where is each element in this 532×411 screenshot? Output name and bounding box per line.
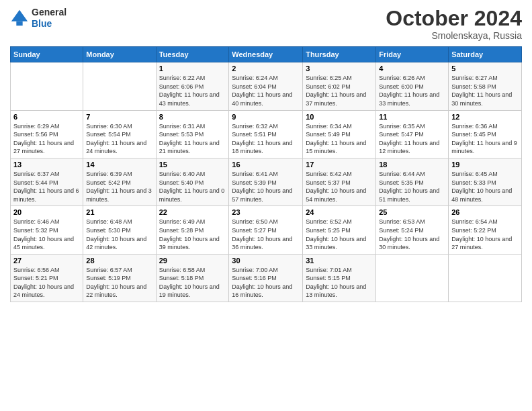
calendar-cell: 2Sunrise: 6:24 AM Sunset: 6:04 PM Daylig… xyxy=(229,62,303,110)
day-info: Sunrise: 6:46 AM Sunset: 5:32 PM Dayligh… xyxy=(13,218,80,251)
day-number: 17 xyxy=(306,161,373,169)
calendar-cell: 30Sunrise: 7:00 AM Sunset: 5:16 PM Dayli… xyxy=(229,254,303,302)
week-row-5: 27Sunrise: 6:56 AM Sunset: 5:21 PM Dayli… xyxy=(11,254,522,302)
day-info: Sunrise: 6:52 AM Sunset: 5:25 PM Dayligh… xyxy=(306,218,373,251)
day-info: Sunrise: 6:54 AM Sunset: 5:22 PM Dayligh… xyxy=(451,218,519,251)
weekday-header-tuesday: Tuesday xyxy=(156,47,229,62)
day-number: 7 xyxy=(86,113,152,121)
day-number: 27 xyxy=(13,257,80,265)
calendar-table: SundayMondayTuesdayWednesdayThursdayFrid… xyxy=(10,46,522,302)
day-info: Sunrise: 6:49 AM Sunset: 5:28 PM Dayligh… xyxy=(159,218,226,251)
week-row-3: 13Sunrise: 6:37 AM Sunset: 5:44 PM Dayli… xyxy=(11,158,522,205)
calendar-cell: 6Sunrise: 6:29 AM Sunset: 5:56 PM Daylig… xyxy=(11,110,83,158)
week-row-2: 6Sunrise: 6:29 AM Sunset: 5:56 PM Daylig… xyxy=(11,110,522,158)
weekday-header-saturday: Saturday xyxy=(449,47,522,62)
day-info: Sunrise: 6:34 AM Sunset: 5:49 PM Dayligh… xyxy=(306,122,373,156)
calendar-cell: 13Sunrise: 6:37 AM Sunset: 5:44 PM Dayli… xyxy=(11,158,83,205)
calendar-cell: 16Sunrise: 6:41 AM Sunset: 5:39 PM Dayli… xyxy=(229,158,303,205)
page-container: General Blue October 2024 Smolenskaya, R… xyxy=(0,0,532,309)
day-info: Sunrise: 6:53 AM Sunset: 5:24 PM Dayligh… xyxy=(379,218,445,251)
day-number: 30 xyxy=(232,257,300,265)
day-info: Sunrise: 6:30 AM Sunset: 5:54 PM Dayligh… xyxy=(86,122,152,156)
day-number: 31 xyxy=(306,257,373,265)
calendar-cell xyxy=(449,254,522,302)
day-number: 23 xyxy=(232,208,300,216)
calendar-cell: 18Sunrise: 6:44 AM Sunset: 5:35 PM Dayli… xyxy=(376,158,449,205)
day-info: Sunrise: 6:37 AM Sunset: 5:44 PM Dayligh… xyxy=(13,170,80,203)
day-number: 1 xyxy=(159,64,226,73)
day-info: Sunrise: 7:01 AM Sunset: 5:15 PM Dayligh… xyxy=(306,266,373,300)
day-info: Sunrise: 6:24 AM Sunset: 6:04 PM Dayligh… xyxy=(232,74,300,107)
day-info: Sunrise: 6:36 AM Sunset: 5:45 PM Dayligh… xyxy=(451,122,519,156)
day-number: 9 xyxy=(232,113,300,121)
title-block: October 2024 Smolenskaya, Russia xyxy=(386,7,522,41)
week-row-4: 20Sunrise: 6:46 AM Sunset: 5:32 PM Dayli… xyxy=(11,206,522,254)
day-number: 29 xyxy=(159,257,226,265)
calendar-cell: 23Sunrise: 6:50 AM Sunset: 5:27 PM Dayli… xyxy=(229,206,303,254)
calendar-cell xyxy=(376,254,449,302)
calendar-cell: 24Sunrise: 6:52 AM Sunset: 5:25 PM Dayli… xyxy=(303,206,376,254)
day-info: Sunrise: 6:35 AM Sunset: 5:47 PM Dayligh… xyxy=(379,122,445,156)
day-number: 8 xyxy=(159,113,226,121)
day-info: Sunrise: 6:41 AM Sunset: 5:39 PM Dayligh… xyxy=(232,170,300,203)
day-info: Sunrise: 6:31 AM Sunset: 5:53 PM Dayligh… xyxy=(159,122,226,156)
calendar-cell: 3Sunrise: 6:25 AM Sunset: 6:02 PM Daylig… xyxy=(303,62,376,110)
day-number: 12 xyxy=(451,113,519,121)
calendar-cell: 31Sunrise: 7:01 AM Sunset: 5:15 PM Dayli… xyxy=(303,254,376,302)
weekday-header-friday: Friday xyxy=(376,47,449,62)
day-info: Sunrise: 6:44 AM Sunset: 5:35 PM Dayligh… xyxy=(379,170,445,203)
calendar-cell xyxy=(83,62,156,110)
month-title: October 2024 xyxy=(386,7,522,30)
day-number: 6 xyxy=(13,113,80,121)
day-number: 19 xyxy=(451,161,519,169)
calendar-cell: 14Sunrise: 6:39 AM Sunset: 5:42 PM Dayli… xyxy=(83,158,156,205)
day-info: Sunrise: 6:32 AM Sunset: 5:51 PM Dayligh… xyxy=(232,122,300,156)
calendar-cell: 15Sunrise: 6:40 AM Sunset: 5:40 PM Dayli… xyxy=(156,158,229,205)
day-number: 4 xyxy=(379,64,445,73)
day-number: 15 xyxy=(159,161,226,169)
calendar-cell: 29Sunrise: 6:58 AM Sunset: 5:18 PM Dayli… xyxy=(156,254,229,302)
day-number: 18 xyxy=(379,161,445,169)
calendar-cell: 1Sunrise: 6:22 AM Sunset: 6:06 PM Daylig… xyxy=(156,62,229,110)
calendar-cell: 17Sunrise: 6:42 AM Sunset: 5:37 PM Dayli… xyxy=(303,158,376,205)
day-info: Sunrise: 6:25 AM Sunset: 6:02 PM Dayligh… xyxy=(306,74,373,107)
calendar-cell: 8Sunrise: 6:31 AM Sunset: 5:53 PM Daylig… xyxy=(156,110,229,158)
calendar-cell: 22Sunrise: 6:49 AM Sunset: 5:28 PM Dayli… xyxy=(156,206,229,254)
day-number: 22 xyxy=(159,208,226,216)
day-number: 3 xyxy=(306,64,373,73)
day-info: Sunrise: 6:40 AM Sunset: 5:40 PM Dayligh… xyxy=(159,170,226,203)
logo-icon xyxy=(10,9,29,28)
calendar-cell: 5Sunrise: 6:27 AM Sunset: 5:58 PM Daylig… xyxy=(449,62,522,110)
svg-rect-1 xyxy=(16,21,22,26)
calendar-cell: 11Sunrise: 6:35 AM Sunset: 5:47 PM Dayli… xyxy=(376,110,449,158)
calendar-cell: 27Sunrise: 6:56 AM Sunset: 5:21 PM Dayli… xyxy=(11,254,83,302)
day-info: Sunrise: 6:22 AM Sunset: 6:06 PM Dayligh… xyxy=(159,74,226,107)
day-number: 11 xyxy=(379,113,445,121)
location: Smolenskaya, Russia xyxy=(386,30,522,41)
calendar-cell xyxy=(11,62,83,110)
svg-marker-0 xyxy=(11,10,28,21)
day-number: 25 xyxy=(379,208,445,216)
weekday-header-thursday: Thursday xyxy=(303,47,376,62)
calendar-cell: 4Sunrise: 6:26 AM Sunset: 6:00 PM Daylig… xyxy=(376,62,449,110)
day-number: 28 xyxy=(86,257,152,265)
day-info: Sunrise: 6:39 AM Sunset: 5:42 PM Dayligh… xyxy=(86,170,152,203)
calendar-cell: 7Sunrise: 6:30 AM Sunset: 5:54 PM Daylig… xyxy=(83,110,156,158)
day-info: Sunrise: 6:42 AM Sunset: 5:37 PM Dayligh… xyxy=(306,170,373,203)
day-info: Sunrise: 6:45 AM Sunset: 5:33 PM Dayligh… xyxy=(451,170,519,203)
logo: General Blue xyxy=(10,7,66,30)
day-number: 26 xyxy=(451,208,519,216)
calendar-cell: 19Sunrise: 6:45 AM Sunset: 5:33 PM Dayli… xyxy=(449,158,522,205)
day-number: 21 xyxy=(86,208,152,216)
day-info: Sunrise: 6:27 AM Sunset: 5:58 PM Dayligh… xyxy=(451,74,519,107)
day-number: 24 xyxy=(306,208,373,216)
calendar-cell: 25Sunrise: 6:53 AM Sunset: 5:24 PM Dayli… xyxy=(376,206,449,254)
calendar-cell: 26Sunrise: 6:54 AM Sunset: 5:22 PM Dayli… xyxy=(449,206,522,254)
logo-general: General xyxy=(32,7,66,18)
day-info: Sunrise: 6:50 AM Sunset: 5:27 PM Dayligh… xyxy=(232,218,300,251)
day-info: Sunrise: 7:00 AM Sunset: 5:16 PM Dayligh… xyxy=(232,266,300,300)
day-number: 16 xyxy=(232,161,300,169)
calendar-cell: 9Sunrise: 6:32 AM Sunset: 5:51 PM Daylig… xyxy=(229,110,303,158)
header: General Blue October 2024 Smolenskaya, R… xyxy=(10,7,522,41)
logo-blue: Blue xyxy=(32,18,66,30)
